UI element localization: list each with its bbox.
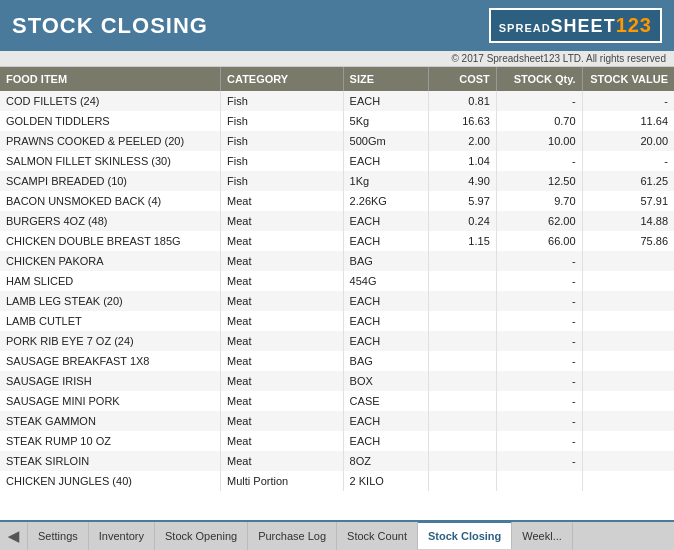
cell-food: SALMON FILLET SKINLESS (30) xyxy=(0,151,221,171)
table-row: PORK RIB EYE 7 OZ (24) Meat EACH - xyxy=(0,331,674,351)
cell-stock-qty: 12.50 xyxy=(496,171,582,191)
cell-category: Meat xyxy=(221,391,344,411)
cell-food: LAMB CUTLET xyxy=(0,311,221,331)
cell-category: Fish xyxy=(221,91,344,111)
cell-category: Meat xyxy=(221,451,344,471)
cell-stock-val xyxy=(582,371,674,391)
tab-weekly[interactable]: Weekl... xyxy=(512,522,573,550)
cell-stock-qty: - xyxy=(496,291,582,311)
cell-food: STEAK RUMP 10 OZ xyxy=(0,431,221,451)
cell-size: EACH xyxy=(343,331,429,351)
cell-size: 8OZ xyxy=(343,451,429,471)
table-row: PRAWNS COOKED & PEELED (20) Fish 500Gm 2… xyxy=(0,131,674,151)
cell-category: Fish xyxy=(221,131,344,151)
table-row: GOLDEN TIDDLERS Fish 5Kg 16.63 0.70 11.6… xyxy=(0,111,674,131)
cell-cost xyxy=(429,411,496,431)
cell-food: GOLDEN TIDDLERS xyxy=(0,111,221,131)
table-row: BURGERS 4OZ (48) Meat EACH 0.24 62.00 14… xyxy=(0,211,674,231)
cell-size: EACH xyxy=(343,151,429,171)
logo-spread: SPREAD xyxy=(499,22,551,34)
cell-size: BOX xyxy=(343,371,429,391)
cell-cost xyxy=(429,451,496,471)
cell-food: SAUSAGE IRISH xyxy=(0,371,221,391)
cell-stock-val xyxy=(582,451,674,471)
cell-stock-val xyxy=(582,291,674,311)
cell-category: Meat xyxy=(221,231,344,251)
cell-stock-qty: - xyxy=(496,411,582,431)
header: STOCK CLOSING SPREADSHEET123 xyxy=(0,0,674,51)
cell-size: EACH xyxy=(343,291,429,311)
tab-stock-count[interactable]: Stock Count xyxy=(337,522,418,550)
cell-size: EACH xyxy=(343,411,429,431)
col-header-stock-qty: STOCK Qty. xyxy=(496,67,582,91)
cell-cost: 1.04 xyxy=(429,151,496,171)
table-row: STEAK GAMMON Meat EACH - xyxy=(0,411,674,431)
table-row: HAM SLICED Meat 454G - xyxy=(0,271,674,291)
tab-settings[interactable]: Settings xyxy=(28,522,89,550)
cell-stock-val xyxy=(582,391,674,411)
cell-food: CHICKEN JUNGLES (40) xyxy=(0,471,221,491)
tab-stock-opening[interactable]: Stock Opening xyxy=(155,522,248,550)
cell-size: 2 KILO xyxy=(343,471,429,491)
cell-category: Meat xyxy=(221,411,344,431)
tab-inventory[interactable]: Inventory xyxy=(89,522,155,550)
cell-stock-qty: - xyxy=(496,451,582,471)
cell-cost: 0.24 xyxy=(429,211,496,231)
table-row: CHICKEN PAKORA Meat BAG - xyxy=(0,251,674,271)
cell-cost xyxy=(429,431,496,451)
table-row: SALMON FILLET SKINLESS (30) Fish EACH 1.… xyxy=(0,151,674,171)
cell-size: EACH xyxy=(343,431,429,451)
cell-category: Multi Portion xyxy=(221,471,344,491)
stock-table: FOOD ITEM CATEGORY SIZE COST STOCK Qty. … xyxy=(0,67,674,491)
cell-stock-qty: 9.70 xyxy=(496,191,582,211)
cell-cost: 5.97 xyxy=(429,191,496,211)
tabs-bar: ◀SettingsInventoryStock OpeningPurchase … xyxy=(0,520,674,550)
cell-size: EACH xyxy=(343,311,429,331)
col-header-size: SIZE xyxy=(343,67,429,91)
cell-stock-qty: 66.00 xyxy=(496,231,582,251)
cell-size: EACH xyxy=(343,91,429,111)
cell-category: Meat xyxy=(221,311,344,331)
cell-stock-qty: - xyxy=(496,351,582,371)
cell-category: Meat xyxy=(221,191,344,211)
cell-category: Meat xyxy=(221,211,344,231)
cell-food: STEAK GAMMON xyxy=(0,411,221,431)
cell-stock-qty: - xyxy=(496,391,582,411)
cell-cost: 16.63 xyxy=(429,111,496,131)
cell-stock-qty: - xyxy=(496,331,582,351)
cell-stock-val xyxy=(582,311,674,331)
tab-prev[interactable]: ◀ xyxy=(0,522,28,550)
cell-stock-val: 20.00 xyxy=(582,131,674,151)
cell-stock-val xyxy=(582,251,674,271)
cell-size: 454G xyxy=(343,271,429,291)
table-header-row: FOOD ITEM CATEGORY SIZE COST STOCK Qty. … xyxy=(0,67,674,91)
cell-cost: 4.90 xyxy=(429,171,496,191)
cell-food: CHICKEN DOUBLE BREAST 185G xyxy=(0,231,221,251)
cell-food: LAMB LEG STEAK (20) xyxy=(0,291,221,311)
page-title: STOCK CLOSING xyxy=(12,13,208,39)
cell-stock-qty: - xyxy=(496,271,582,291)
cell-stock-val: 57.91 xyxy=(582,191,674,211)
cell-cost xyxy=(429,391,496,411)
cell-stock-qty: 0.70 xyxy=(496,111,582,131)
cell-food: PORK RIB EYE 7 OZ (24) xyxy=(0,331,221,351)
table-row: STEAK RUMP 10 OZ Meat EACH - xyxy=(0,431,674,451)
tab-stock-closing[interactable]: Stock Closing xyxy=(418,521,512,549)
cell-cost xyxy=(429,471,496,491)
cell-stock-val: - xyxy=(582,91,674,111)
cell-stock-qty: 10.00 xyxy=(496,131,582,151)
cell-stock-qty xyxy=(496,471,582,491)
cell-food: SCAMPI BREADED (10) xyxy=(0,171,221,191)
cell-stock-qty: - xyxy=(496,371,582,391)
logo-123: 123 xyxy=(616,14,652,36)
cell-food: SAUSAGE BREAKFAST 1X8 xyxy=(0,351,221,371)
cell-stock-val xyxy=(582,271,674,291)
logo-box: SPREADSHEET123 xyxy=(489,8,662,43)
cell-category: Meat xyxy=(221,371,344,391)
table-row: CHICKEN DOUBLE BREAST 185G Meat EACH 1.1… xyxy=(0,231,674,251)
cell-cost xyxy=(429,291,496,311)
tab-purchase-log[interactable]: Purchase Log xyxy=(248,522,337,550)
cell-category: Meat xyxy=(221,431,344,451)
cell-food: SAUSAGE MINI PORK xyxy=(0,391,221,411)
cell-size: 2.26KG xyxy=(343,191,429,211)
